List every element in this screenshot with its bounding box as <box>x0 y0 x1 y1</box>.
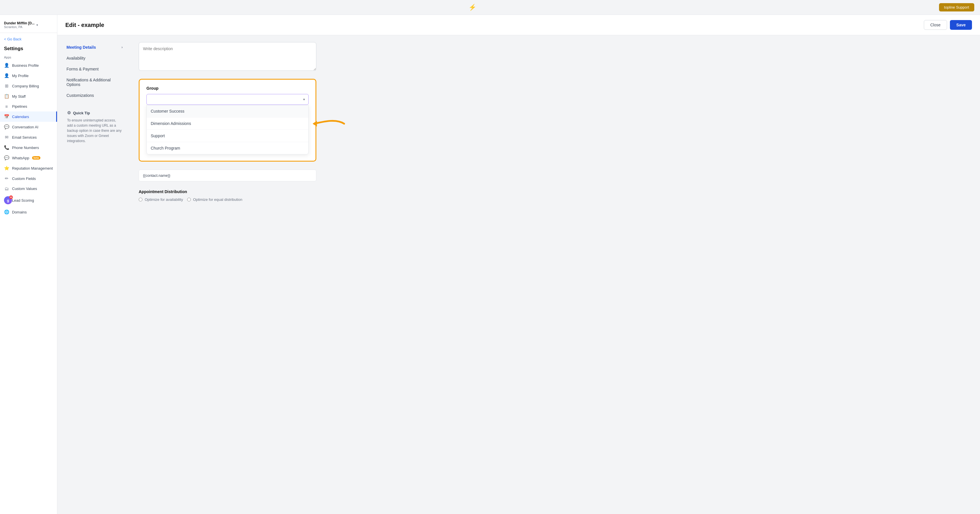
custom-values-icon: 🗂 <box>4 186 9 191</box>
group-select-input[interactable] <box>147 94 308 105</box>
my-profile-icon: 👤 <box>4 73 9 78</box>
sidebar-item-whatsapp[interactable]: 💬 WhatsApp beta <box>0 153 57 163</box>
chevron-down-icon: ▾ <box>37 23 38 27</box>
phone-numbers-icon: 📞 <box>4 145 9 150</box>
save-button[interactable]: Save <box>950 20 972 30</box>
contact-name-value: {{contact.name}} <box>143 173 170 178</box>
content-body: Meeting Details › Availability Forms & P… <box>57 35 980 208</box>
sidebar-item-label: Email Services <box>12 135 37 140</box>
sidebar-item-label: Company Billing <box>12 84 39 88</box>
dropdown-item-customer-success[interactable]: Customer Success <box>147 105 308 118</box>
dropdown-item-church-program[interactable]: Church Program <box>147 142 308 154</box>
appt-radio-equal[interactable] <box>187 198 191 201</box>
sidebar-item-domains[interactable]: 🌐 Domains <box>0 207 57 217</box>
edit-header: Edit - example Close Save <box>57 15 980 35</box>
business-profile-icon: 👤 <box>4 63 9 68</box>
right-content-panel: Group ▾ Customer Success Dimension Admis… <box>132 35 980 208</box>
sidebar-item-my-staff[interactable]: 📋 My Staff <box>0 91 57 102</box>
custom-fields-icon: ✏ <box>4 176 9 181</box>
sidebar-item-reputation-management[interactable]: ⭐ Reputation Management <box>0 163 57 173</box>
lead-scoring-icon: g 44 <box>4 196 9 204</box>
conversation-ai-icon: 💬 <box>4 124 9 129</box>
close-button[interactable]: Close <box>924 20 947 30</box>
support-button[interactable]: topline Support <box>939 3 974 11</box>
sidebar-item-label: My Profile <box>12 74 29 78</box>
domains-icon: 🌐 <box>4 209 9 215</box>
quick-tip-text: To ensure uninterrupted access, add a cu… <box>67 118 122 143</box>
group-section: Group ▾ Customer Success Dimension Admis… <box>139 79 317 162</box>
edit-title: Edit - example <box>65 22 104 29</box>
sidebar-item-my-profile[interactable]: 👤 My Profile <box>0 70 57 81</box>
appt-option-availability[interactable]: Optimize for availability <box>139 197 183 202</box>
sidebar-item-custom-fields[interactable]: ✏ Custom Fields <box>0 173 57 184</box>
sidebar-item-label: Conversation AI <box>12 125 38 129</box>
whatsapp-icon: 💬 <box>4 155 9 161</box>
quick-tip-title: Quick Tip <box>73 111 90 115</box>
appt-option-label: Optimize for equal distribution <box>193 197 242 202</box>
left-nav-meeting-details[interactable]: Meeting Details › <box>63 42 126 53</box>
appt-option-label: Optimize for availability <box>145 197 183 202</box>
appt-option-equal[interactable]: Optimize for equal distribution <box>187 197 242 202</box>
left-nav-notifications[interactable]: Notifications & Additional Options <box>63 75 126 90</box>
customizations-label: Customizations <box>67 93 94 98</box>
group-dropdown-list: Customer Success Dimension Admissions Su… <box>146 105 309 154</box>
dropdown-item-dimension-admissions[interactable]: Dimension Admissions <box>147 118 308 130</box>
sidebar-item-label: Custom Values <box>12 186 37 191</box>
description-textarea[interactable] <box>139 42 317 71</box>
appointment-distribution-label: Appointment Distribution <box>139 189 317 194</box>
left-nav-panel: Meeting Details › Availability Forms & P… <box>57 35 132 208</box>
sidebar-item-label: Business Profile <box>12 63 39 68</box>
appointment-options: Optimize for availability Optimize for e… <box>139 197 317 202</box>
sidebar-item-label: Phone Numbers <box>12 146 39 150</box>
group-select-wrapper[interactable]: ▾ <box>146 94 309 105</box>
sidebar-item-label: Calendars <box>12 115 29 119</box>
sidebar-item-lead-scoring[interactable]: g 44 Lead Scoring <box>0 194 57 207</box>
lead-scoring-badge: 44 <box>9 196 13 199</box>
org-sub: Scranton, PA <box>4 25 35 29</box>
sidebar-item-company-billing[interactable]: ⊞ Company Billing <box>0 81 57 91</box>
sidebar-item-email-services[interactable]: ✉ Email Services <box>0 132 57 142</box>
lightning-icon: ⚡ <box>469 4 476 11</box>
contact-name-row: {{contact.name}} <box>139 170 317 181</box>
sidebar-item-label: Domains <box>12 210 27 214</box>
notifications-label: Notifications & Additional Options <box>67 78 123 87</box>
sidebar-item-phone-numbers[interactable]: 📞 Phone Numbers <box>0 142 57 153</box>
topbar: ⚡ topline Support <box>0 0 980 15</box>
go-back-link[interactable]: < Go Back <box>0 35 57 44</box>
group-label: Group <box>146 86 309 91</box>
org-name: Dunder Mifflin [D... <box>4 21 35 25</box>
calendars-icon: 📅 <box>4 114 9 119</box>
my-staff-icon: 📋 <box>4 94 9 99</box>
arrow-annotation <box>313 112 347 139</box>
pipelines-icon: ≡ <box>4 104 9 109</box>
dropdown-item-support[interactable]: Support <box>147 130 308 142</box>
sidebar-item-label: WhatsApp <box>12 156 29 160</box>
org-selector[interactable]: Dunder Mifflin [D... Scranton, PA ▾ <box>0 19 57 33</box>
sidebar-item-pipelines[interactable]: ≡ Pipelines <box>0 102 57 111</box>
appointment-distribution-section: Appointment Distribution Optimize for av… <box>139 189 317 202</box>
sidebar-item-label: My Staff <box>12 94 25 99</box>
apps-section-label: Apps <box>0 53 57 60</box>
meeting-details-label: Meeting Details <box>67 45 96 49</box>
sidebar-item-label: Lead Scoring <box>12 198 34 202</box>
availability-label: Availability <box>67 56 85 60</box>
sidebar: Dunder Mifflin [D... Scranton, PA ▾ < Go… <box>0 15 57 514</box>
sidebar-item-business-profile[interactable]: 👤 Business Profile <box>0 60 57 70</box>
left-nav-customizations[interactable]: Customizations <box>63 90 126 100</box>
reputation-icon: ⭐ <box>4 165 9 171</box>
appt-radio-availability[interactable] <box>139 198 142 201</box>
company-billing-icon: ⊞ <box>4 83 9 89</box>
topbar-center: ⚡ <box>469 4 476 11</box>
settings-heading: Settings <box>0 44 57 53</box>
quick-tip-icon: ⚙ <box>67 110 71 115</box>
whatsapp-beta-badge: beta <box>32 156 40 159</box>
left-nav-availability[interactable]: Availability <box>63 53 126 63</box>
main-content: Edit - example Close Save Meeting Detail… <box>57 15 980 514</box>
sidebar-item-calendars[interactable]: 📅 Calendars <box>0 111 57 122</box>
sidebar-item-custom-values[interactable]: 🗂 Custom Values <box>0 184 57 194</box>
left-nav-forms-payment[interactable]: Forms & Payment <box>63 64 126 74</box>
edit-actions: Close Save <box>924 20 972 30</box>
sidebar-item-label: Custom Fields <box>12 177 36 181</box>
svg-marker-0 <box>313 121 317 126</box>
sidebar-item-conversation-ai[interactable]: 💬 Conversation AI <box>0 122 57 132</box>
